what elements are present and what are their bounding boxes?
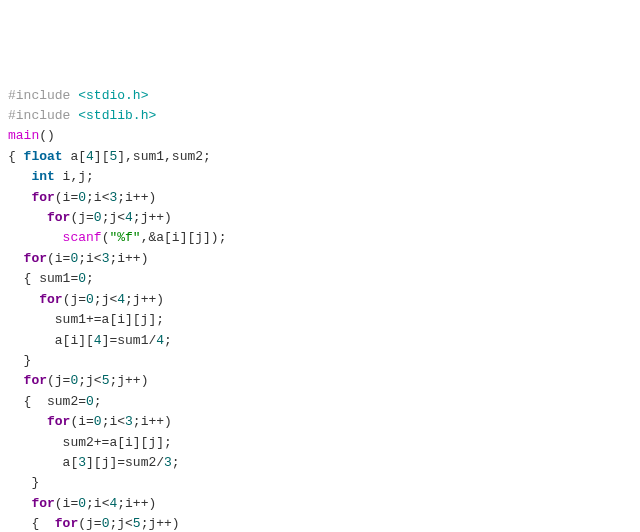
code-line: int i,j; — [8, 169, 94, 184]
code-line: sum1+=a[i][j]; — [8, 312, 164, 327]
code-line: for(i=0;i<3;i++) — [8, 414, 172, 429]
code-line: } — [8, 353, 31, 368]
code-line: { float a[4][5],sum1,sum2; — [8, 149, 211, 164]
code-line: main() — [8, 128, 55, 143]
code-line: a[i][4]=sum1/4; — [8, 333, 172, 348]
code-line: a[3][j]=sum2/3; — [8, 455, 180, 470]
code-line: for(i=0;i<4;i++) — [8, 496, 156, 511]
code-line: #include <stdio.h> — [8, 88, 148, 103]
code-line: for(i=0;i<3;i++) — [8, 251, 148, 266]
code-line: scanf("%f",&a[i][j]); — [8, 230, 226, 245]
code-line: for(j=0;j<4;j++) — [8, 210, 172, 225]
code-line: sum2+=a[i][j]; — [8, 435, 172, 450]
code-line: #include <stdlib.h> — [8, 108, 156, 123]
code-line: } — [8, 475, 39, 490]
code-line: { sum2=0; — [8, 394, 102, 409]
code-line: { sum1=0; — [8, 271, 94, 286]
code-line: for(j=0;j<5;j++) — [8, 373, 148, 388]
code-line: for(i=0;i<3;i++) — [8, 190, 156, 205]
code-line: for(j=0;j<4;j++) — [8, 292, 164, 307]
code-block: #include <stdio.h> #include <stdlib.h> m… — [8, 86, 632, 532]
code-line: { for(j=0;j<5;j++) — [8, 516, 180, 531]
